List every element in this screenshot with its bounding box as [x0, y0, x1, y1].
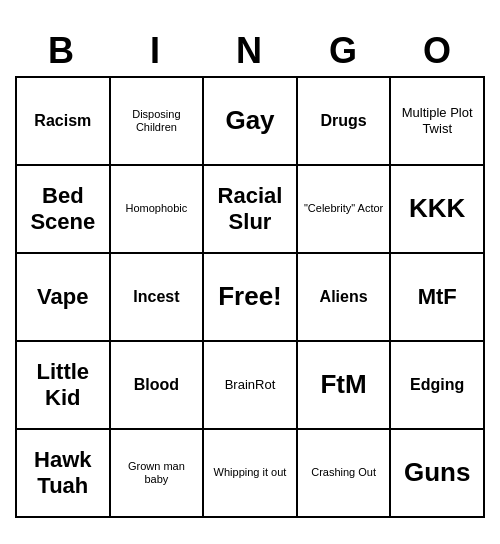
bingo-cell-text-22: Whipping it out: [214, 466, 287, 479]
bingo-cell-text-12: Free!: [218, 281, 282, 312]
bingo-cell-8: "Celebrity" Actor: [298, 166, 392, 254]
bingo-header: B I N G O: [15, 26, 485, 76]
bingo-cell-20: Hawk Tuah: [17, 430, 111, 518]
bingo-cell-text-21: Grown man baby: [115, 460, 199, 486]
bingo-cell-text-11: Incest: [133, 287, 179, 306]
bingo-grid: RacismDisposing ChildrenGayDrugsMultiple…: [15, 76, 485, 518]
bingo-cell-text-15: Little Kid: [21, 359, 105, 412]
bingo-cell-text-23: Crashing Out: [311, 466, 376, 479]
bingo-cell-22: Whipping it out: [204, 430, 298, 518]
header-n: N: [203, 26, 297, 76]
bingo-cell-text-5: Bed Scene: [21, 183, 105, 236]
bingo-cell-16: Blood: [111, 342, 205, 430]
bingo-cell-9: KKK: [391, 166, 485, 254]
bingo-cell-text-24: Guns: [404, 457, 470, 488]
bingo-cell-7: Racial Slur: [204, 166, 298, 254]
bingo-cell-text-2: Gay: [225, 105, 274, 136]
bingo-cell-text-17: BrainRot: [225, 377, 276, 393]
header-g: G: [297, 26, 391, 76]
bingo-cell-text-10: Vape: [37, 284, 88, 310]
bingo-cell-10: Vape: [17, 254, 111, 342]
bingo-cell-text-3: Drugs: [320, 111, 366, 130]
header-i: I: [109, 26, 203, 76]
bingo-cell-text-18: FtM: [320, 369, 366, 400]
header-o: O: [391, 26, 485, 76]
bingo-cell-3: Drugs: [298, 78, 392, 166]
bingo-cell-2: Gay: [204, 78, 298, 166]
bingo-cell-4: Multiple Plot Twist: [391, 78, 485, 166]
bingo-cell-19: Edging: [391, 342, 485, 430]
bingo-cell-12: Free!: [204, 254, 298, 342]
bingo-cell-1: Disposing Children: [111, 78, 205, 166]
bingo-cell-text-8: "Celebrity" Actor: [304, 202, 383, 215]
bingo-cell-text-19: Edging: [410, 375, 464, 394]
bingo-cell-15: Little Kid: [17, 342, 111, 430]
bingo-cell-13: Aliens: [298, 254, 392, 342]
bingo-cell-24: Guns: [391, 430, 485, 518]
bingo-cell-text-14: MtF: [418, 284, 457, 310]
bingo-cell-text-20: Hawk Tuah: [21, 447, 105, 500]
bingo-cell-text-16: Blood: [134, 375, 179, 394]
bingo-cell-11: Incest: [111, 254, 205, 342]
bingo-cell-23: Crashing Out: [298, 430, 392, 518]
bingo-cell-text-0: Racism: [34, 111, 91, 130]
bingo-cell-0: Racism: [17, 78, 111, 166]
header-b: B: [15, 26, 109, 76]
bingo-cell-text-9: KKK: [409, 193, 465, 224]
bingo-cell-5: Bed Scene: [17, 166, 111, 254]
bingo-cell-14: MtF: [391, 254, 485, 342]
bingo-cell-text-4: Multiple Plot Twist: [395, 105, 479, 136]
bingo-cell-text-13: Aliens: [320, 287, 368, 306]
bingo-cell-6: Homophobic: [111, 166, 205, 254]
bingo-cell-text-7: Racial Slur: [208, 183, 292, 236]
bingo-cell-17: BrainRot: [204, 342, 298, 430]
bingo-cell-text-6: Homophobic: [126, 202, 188, 215]
bingo-cell-21: Grown man baby: [111, 430, 205, 518]
bingo-card: B I N G O RacismDisposing ChildrenGayDru…: [15, 26, 485, 518]
bingo-cell-18: FtM: [298, 342, 392, 430]
bingo-cell-text-1: Disposing Children: [115, 108, 199, 134]
